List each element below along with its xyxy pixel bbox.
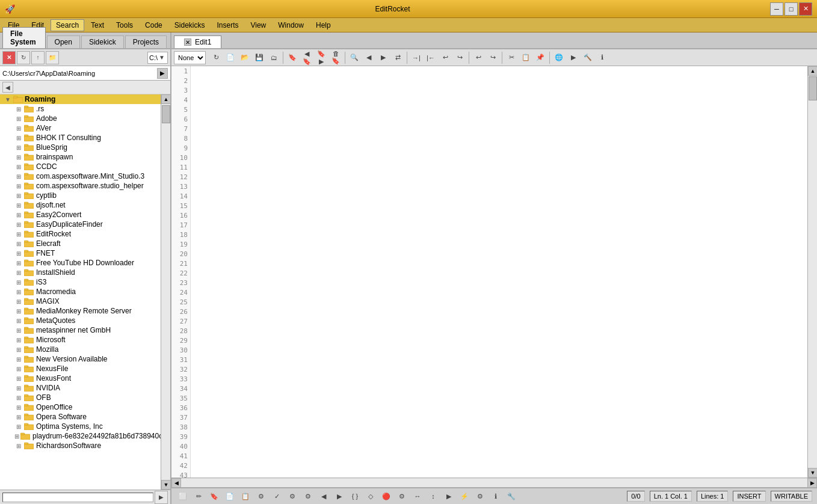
find-prev-button[interactable]: ◀: [362, 51, 375, 64]
tree-item[interactable]: ⊞ CCDC: [0, 162, 161, 171]
tree-item[interactable]: ⊞ MediaMonkey Remote Server: [0, 306, 161, 316]
copy-button[interactable]: 📋: [519, 51, 532, 64]
tree-item[interactable]: ⊞ Adobe: [0, 114, 161, 123]
close-panel-button[interactable]: ✕: [2, 51, 16, 64]
tree-item[interactable]: ⊞ Free YouTube HD Downloader: [0, 258, 161, 268]
tree-item[interactable]: ⊞ brainspawn: [0, 152, 161, 162]
tab-filesystem[interactable]: File System: [2, 27, 46, 48]
menu-inserts[interactable]: Inserts: [211, 19, 244, 31]
bottom-btn-3[interactable]: 🔖: [208, 490, 221, 503]
bottom-btn-13[interactable]: ◇: [364, 490, 377, 503]
left-vscrollbar[interactable]: ▲ ▼: [161, 94, 170, 490]
bottom-btn-16[interactable]: ↔: [411, 490, 424, 503]
menu-code[interactable]: Code: [140, 19, 168, 31]
bottom-btn-8[interactable]: ⚙: [286, 490, 299, 503]
tree-item[interactable]: ⊞ Macromedia: [0, 287, 161, 297]
editor-hscrollbar[interactable]: ◀ ▶: [171, 478, 817, 487]
tree-item[interactable]: ⊞ com.aspexsoftware.Mint_Studio.3: [0, 171, 161, 181]
bottom-btn-14[interactable]: 🔴: [380, 490, 393, 503]
bottom-btn-12[interactable]: { }: [348, 490, 362, 503]
vscroll-up-button[interactable]: ▲: [161, 94, 170, 104]
save-tool-button[interactable]: 💾: [253, 51, 266, 64]
tree-item[interactable]: ⊞ Easy2Convert: [0, 210, 161, 220]
path-input[interactable]: [2, 70, 157, 77]
tree-item[interactable]: ⊞ BlueSprig: [0, 143, 161, 152]
tree-item[interactable]: ⊞ Optima Systems, Inc: [0, 422, 161, 431]
bottom-btn-10[interactable]: ◀: [317, 490, 330, 503]
replace-button[interactable]: ⇄: [391, 51, 404, 64]
redo-button[interactable]: ↪: [486, 51, 499, 64]
editor-vscrollbar[interactable]: ▲ ▼: [807, 66, 817, 478]
close-button[interactable]: ✕: [799, 2, 812, 16]
tree-item[interactable]: ⊞ OFB: [0, 393, 161, 402]
menu-window[interactable]: Window: [273, 19, 309, 31]
tab-close-icon[interactable]: ✕: [184, 38, 191, 46]
wrap-button[interactable]: ↩: [439, 51, 452, 64]
clear-bookmarks-button[interactable]: 🗑🔖: [329, 51, 342, 64]
unwrap-button[interactable]: ↪: [453, 51, 466, 64]
bottom-btn-15[interactable]: ⚙: [395, 490, 408, 503]
tree-item[interactable]: ⊞ Microsoft: [0, 335, 161, 345]
bottom-btn-20[interactable]: ⚙: [473, 490, 487, 503]
menu-sidekicks[interactable]: Sidekicks: [169, 19, 211, 31]
bottom-btn-17[interactable]: ↕: [427, 490, 440, 503]
tree-item[interactable]: ⊞ com.aspexsoftware.studio_helper: [0, 181, 161, 191]
find-button[interactable]: 🔍: [348, 51, 361, 64]
tree-item[interactable]: ⊞ Mozilla: [0, 345, 161, 354]
refresh-tool-button[interactable]: ↻: [209, 51, 223, 64]
folder-action-button[interactable]: 📁: [46, 51, 59, 64]
editor-scroll-up-button[interactable]: ▲: [808, 66, 817, 76]
nav-left-button[interactable]: ◀: [2, 82, 13, 93]
tree-item[interactable]: ⊞ MetaQuotes: [0, 316, 161, 325]
tree-item[interactable]: ⊞ cyptlib: [0, 191, 161, 200]
open-tool-button[interactable]: 📂: [238, 51, 251, 64]
new-tool-button[interactable]: 📄: [224, 51, 237, 64]
tab-projects[interactable]: Projects: [125, 35, 167, 48]
editor-scroll-thumb[interactable]: [809, 76, 817, 100]
tree-item[interactable]: ⊞ playdrum-6e832e24492fa81b6d738940c6ec.…: [0, 431, 161, 441]
up-folder-button[interactable]: ↑: [31, 51, 45, 64]
maximize-button[interactable]: □: [785, 2, 798, 16]
tree-item[interactable]: ⊞ NVIDIA: [0, 383, 161, 393]
save-all-tool-button[interactable]: 🗂: [267, 51, 280, 64]
left-search-input[interactable]: [2, 493, 153, 502]
editor-scroll-down-button[interactable]: ▼: [808, 468, 817, 478]
bottom-btn-1[interactable]: ⬜: [176, 490, 190, 503]
tree-item[interactable]: ⊞ MAGIX: [0, 297, 161, 306]
bottom-btn-21[interactable]: ℹ: [489, 490, 502, 503]
find-next-button[interactable]: ▶: [377, 51, 390, 64]
bottom-btn-4[interactable]: 📄: [223, 490, 236, 503]
path-arrow-button[interactable]: ▶: [157, 68, 168, 79]
tree-item[interactable]: ⊞ AVer: [0, 123, 161, 133]
refresh-button[interactable]: ↻: [17, 51, 30, 64]
browser-button[interactable]: 🌐: [552, 51, 566, 64]
hscroll-right-button[interactable]: ▶: [807, 478, 817, 488]
tree-item[interactable]: ⊞ .rs: [0, 104, 161, 114]
hscroll-left-button[interactable]: ◀: [171, 478, 181, 488]
bottom-btn-9[interactable]: ⚙: [301, 490, 315, 503]
unindent-button[interactable]: |←: [424, 51, 437, 64]
tree-item[interactable]: ⊞ NexusFile: [0, 364, 161, 373]
tree-item[interactable]: ⊞ New Version Available: [0, 354, 161, 364]
menu-view[interactable]: View: [245, 19, 271, 31]
bottom-btn-2[interactable]: ✏: [192, 490, 205, 503]
editor-scroll-track[interactable]: [808, 76, 817, 468]
bottom-btn-22[interactable]: 🔧: [505, 490, 518, 503]
tab-sidekick[interactable]: Sidekick: [81, 35, 124, 48]
bottom-btn-18[interactable]: ▶: [442, 490, 455, 503]
tree-item[interactable]: ⊞ BHOK IT Consulting: [0, 133, 161, 143]
cut-button[interactable]: ✂: [505, 51, 518, 64]
editor-content[interactable]: [191, 66, 807, 478]
menu-search[interactable]: Search: [51, 19, 84, 31]
tree-item[interactable]: ⊞ Elecraft: [0, 239, 161, 248]
vscroll-down-button[interactable]: ▼: [161, 480, 170, 490]
minimize-button[interactable]: ─: [770, 2, 783, 16]
menu-help[interactable]: Help: [310, 19, 336, 31]
bookmark-button[interactable]: 🔖: [286, 51, 299, 64]
tree-item[interactable]: ⊞ EasyDuplicateFinder: [0, 220, 161, 229]
language-select[interactable]: None: [174, 51, 206, 64]
bottom-btn-11[interactable]: ▶: [333, 490, 346, 503]
bottom-btn-19[interactable]: ⚡: [458, 490, 471, 503]
drive-dropdown-button[interactable]: ▼: [158, 52, 166, 63]
undo-button[interactable]: ↩: [472, 51, 485, 64]
